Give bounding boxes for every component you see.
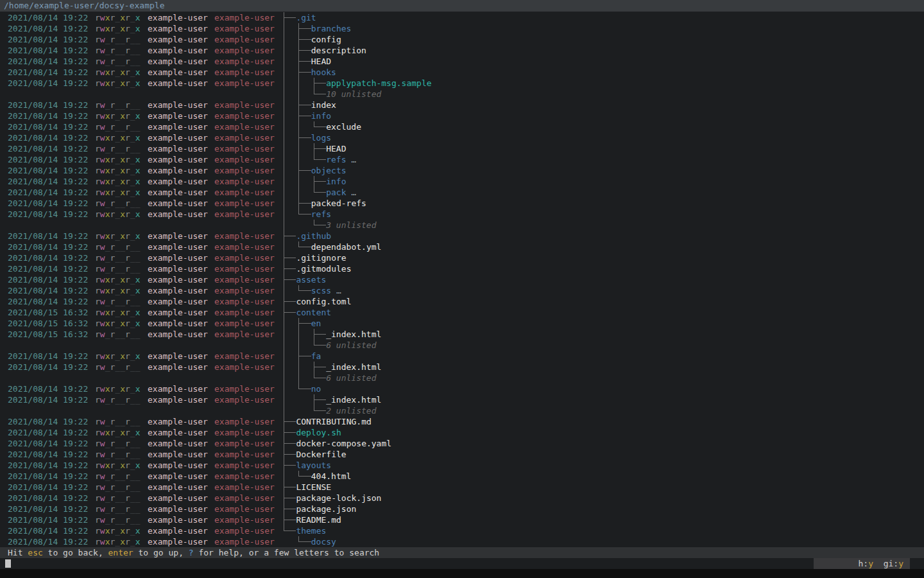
file-row[interactable]: 2021/08/14 19:22rw_r__r__example-userexa… bbox=[0, 493, 924, 504]
file-row[interactable]: 2021/08/14 19:22rwxr_xr_xexample-userexa… bbox=[0, 383, 924, 394]
tree-branch-line bbox=[286, 465, 291, 466]
file-row[interactable]: 2021/08/14 19:22rwxr_xr_xexample-userexa… bbox=[0, 23, 924, 34]
file-row[interactable]: 2021/08/14 19:22rw_r__r__example-userexa… bbox=[0, 121, 924, 132]
file-row[interactable]: 2021/08/14 19:22rw_r__r__example-userexa… bbox=[0, 504, 924, 514]
file-name[interactable]: _index.html bbox=[326, 362, 381, 372]
file-row[interactable]: 2021/08/14 19:22rw_r__r__example-userexa… bbox=[0, 34, 924, 45]
file-name[interactable]: exclude bbox=[326, 121, 361, 132]
owner: example-user bbox=[148, 165, 208, 176]
file-row[interactable]: 2021/08/14 19:22rw_r__r__example-userexa… bbox=[0, 198, 924, 209]
file-row[interactable]: 2021/08/14 19:22rw_r__r__example-userexa… bbox=[0, 296, 924, 307]
file-row[interactable]: 2021/08/14 19:22rw_r__r__example-userexa… bbox=[0, 438, 924, 449]
file-row[interactable]: 2021/08/15 16:32rwxr_xr_xexample-userexa… bbox=[0, 307, 924, 318]
directory-name[interactable]: themes bbox=[296, 525, 326, 536]
file-row[interactable]: 2021/08/14 19:22rwxr_xr_xexample-userexa… bbox=[0, 209, 924, 220]
file-row[interactable]: 2021/08/14 19:22rwxr_xr_xexample-userexa… bbox=[0, 536, 924, 547]
file-name[interactable]: _index.html bbox=[326, 394, 381, 405]
permissions: rwxr_xr_x bbox=[95, 67, 140, 78]
file-row[interactable]: 2021/08/14 19:22rwxr_xr_xexample-userexa… bbox=[0, 12, 924, 23]
directory-name[interactable]: fa bbox=[311, 351, 321, 362]
file-row[interactable]: 2021/08/14 19:22rwxr_xr_xexample-userexa… bbox=[0, 132, 924, 143]
tree-branch-line bbox=[284, 209, 284, 220]
file-row[interactable]: 2021/08/14 19:22rwxr_xr_xexample-userexa… bbox=[0, 231, 924, 241]
file-row[interactable]: 2021/08/14 19:22rw_r__r__example-userexa… bbox=[0, 100, 924, 110]
directory-name[interactable]: en bbox=[311, 318, 321, 329]
file-row[interactable]: 2021/08/14 19:22rwxr_xr_xexample-userexa… bbox=[0, 165, 924, 176]
directory-name[interactable]: content bbox=[296, 307, 331, 318]
file-row[interactable]: 2021/08/14 19:22rwxr_xr_xexample-userexa… bbox=[0, 67, 924, 78]
directory-name[interactable]: assets bbox=[296, 274, 326, 285]
file-name[interactable]: config bbox=[311, 34, 341, 45]
file-row[interactable]: 2021/08/14 19:22rw_r__r__example-userexa… bbox=[0, 449, 924, 460]
tree-branch-line bbox=[291, 520, 296, 520]
file-name[interactable]: .gitmodules bbox=[296, 263, 351, 274]
search-input[interactable] bbox=[0, 558, 924, 569]
group: example-user bbox=[214, 394, 275, 405]
file-row[interactable]: 2021/08/14 19:22rw_r__r__example-userexa… bbox=[0, 514, 924, 525]
file-row[interactable]: 2021/08/14 19:22rwxr_xr_xexample-userexa… bbox=[0, 154, 924, 165]
file-name[interactable]: packed-refs bbox=[311, 198, 366, 209]
file-row[interactable]: 2021/08/14 19:22rw_r__r__example-userexa… bbox=[0, 416, 924, 427]
file-row[interactable]: 2021/08/15 16:32rwxr_xr_xexample-userexa… bbox=[0, 318, 924, 329]
file-row[interactable]: 2021/08/14 19:22rw_r__r__example-userexa… bbox=[0, 471, 924, 482]
file-row[interactable]: 2021/08/14 19:22rw_r__r__example-userexa… bbox=[0, 263, 924, 274]
directory-name[interactable]: .github bbox=[296, 231, 331, 241]
directory-name[interactable]: objects bbox=[311, 165, 346, 176]
file-name[interactable]: package-lock.json bbox=[296, 493, 381, 504]
file-row[interactable]: 2021/08/14 19:22rw_r__r__example-userexa… bbox=[0, 394, 924, 405]
permissions: rw_r__r__ bbox=[95, 121, 140, 132]
file-name[interactable]: LICENSE bbox=[296, 482, 331, 493]
file-row[interactable]: 2021/08/14 19:22rwxr_xr_xexample-userexa… bbox=[0, 460, 924, 471]
file-row[interactable]: 2021/08/14 19:22rwxr_xr_xexample-userexa… bbox=[0, 110, 924, 121]
directory-name[interactable]: branches bbox=[311, 23, 352, 34]
file-name[interactable]: deploy.sh bbox=[296, 427, 341, 438]
file-name[interactable]: HEAD bbox=[326, 143, 346, 154]
file-row[interactable]: 2021/08/14 19:22rwxr_xr_xexample-userexa… bbox=[0, 274, 924, 285]
directory-name[interactable]: .git bbox=[296, 12, 316, 23]
directory-name[interactable]: scss … bbox=[311, 285, 341, 296]
file-name[interactable]: CONTRIBUTING.md bbox=[296, 416, 371, 427]
file-row[interactable]: 2021/08/14 19:22rw_r__r__example-userexa… bbox=[0, 143, 924, 154]
file-name[interactable]: package.json bbox=[296, 504, 356, 514]
directory-name[interactable]: no bbox=[311, 383, 321, 394]
file-row[interactable]: 2021/08/14 19:22rwxr_xr_xexample-userexa… bbox=[0, 176, 924, 187]
directory-name[interactable]: hooks bbox=[311, 67, 336, 78]
file-name[interactable]: _index.html bbox=[326, 329, 381, 340]
file-name[interactable]: docker-compose.yaml bbox=[296, 438, 391, 449]
file-row[interactable]: 2021/08/14 19:22rwxr_xr_xexample-userexa… bbox=[0, 187, 924, 198]
file-row[interactable]: 2021/08/15 16:32rw_r__r__example-userexa… bbox=[0, 329, 924, 340]
owner: example-user bbox=[148, 504, 208, 514]
directory-name[interactable]: refs … bbox=[326, 154, 356, 165]
file-row[interactable]: 2021/08/14 19:22rw_r__r__example-userexa… bbox=[0, 45, 924, 56]
owner: example-user bbox=[148, 438, 208, 449]
file-row[interactable]: 2021/08/14 19:22rw_r__r__example-userexa… bbox=[0, 482, 924, 493]
file-row[interactable]: 2021/08/14 19:22rwxr_xr_xexample-userexa… bbox=[0, 351, 924, 362]
file-name[interactable]: .gitignore bbox=[296, 252, 346, 263]
file-name[interactable]: config.toml bbox=[296, 296, 351, 307]
directory-name[interactable]: docsy bbox=[311, 536, 336, 547]
directory-name[interactable]: logs bbox=[311, 132, 331, 143]
directory-name[interactable]: refs bbox=[311, 209, 331, 220]
directory-name[interactable]: info bbox=[311, 110, 331, 121]
file-row[interactable]: 2021/08/14 19:22rw_r__r__example-userexa… bbox=[0, 56, 924, 67]
file-name[interactable]: 404.html bbox=[311, 471, 352, 482]
file-row[interactable]: 2021/08/14 19:22rw_r__r__example-userexa… bbox=[0, 362, 924, 372]
file-row[interactable]: 2021/08/14 19:22rw_r__r__example-userexa… bbox=[0, 241, 924, 252]
file-name[interactable]: HEAD bbox=[311, 56, 331, 67]
file-row[interactable]: 2021/08/14 19:22rwxr_xr_xexample-userexa… bbox=[0, 525, 924, 536]
file-row[interactable]: 2021/08/14 19:22rw_r__r__example-userexa… bbox=[0, 252, 924, 263]
tree-branch-line bbox=[306, 203, 311, 204]
file-name[interactable]: Dockerfile bbox=[296, 449, 346, 460]
directory-name[interactable]: pack … bbox=[326, 187, 356, 198]
file-row[interactable]: 2021/08/14 19:22rwxr_xr_xexample-userexa… bbox=[0, 285, 924, 296]
file-row[interactable]: 2021/08/14 19:22rwxr_xr_xexample-userexa… bbox=[0, 78, 924, 89]
file-name[interactable]: README.md bbox=[296, 514, 341, 525]
file-name[interactable]: description bbox=[311, 45, 366, 56]
directory-name[interactable]: info bbox=[326, 176, 346, 187]
file-row[interactable]: 2021/08/14 19:22rwxr_xr_xexample-userexa… bbox=[0, 427, 924, 438]
file-name[interactable]: dependabot.yml bbox=[311, 241, 382, 252]
file-name[interactable]: applypatch-msg.sample bbox=[326, 78, 431, 89]
file-name[interactable]: index bbox=[311, 100, 336, 110]
tree-branch-line bbox=[321, 410, 326, 411]
directory-name[interactable]: layouts bbox=[296, 460, 331, 471]
